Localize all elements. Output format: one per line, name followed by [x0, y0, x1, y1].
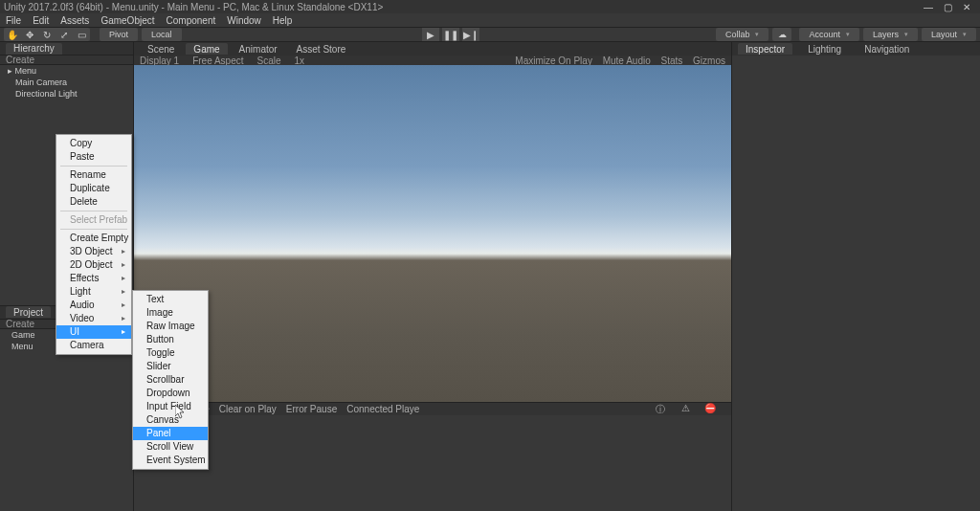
hierarchy-toolbar: Create [0, 56, 133, 65]
menu-assets[interactable]: Assets [60, 15, 89, 26]
submenu-item[interactable]: Text [133, 293, 208, 306]
console-body [134, 415, 731, 511]
submenu-item[interactable]: Button [133, 333, 208, 346]
hierarchy-context-menu[interactable]: CopyPasteRenameDuplicateDeleteSelect Pre… [56, 134, 132, 355]
context-item[interactable]: 3D Object [56, 245, 131, 258]
hierarchy-item[interactable]: Main Camera [0, 77, 133, 88]
hierarchy-scene[interactable]: Menu [0, 65, 133, 77]
submenu-item[interactable]: Raw Image [133, 320, 208, 333]
menu-gameobject[interactable]: GameObject [100, 15, 154, 26]
submenu-item[interactable]: Scrollbar [133, 373, 208, 387]
pause-button[interactable]: ❚❚ [442, 28, 459, 41]
hand-tool-icon[interactable]: ✋ [4, 28, 21, 41]
tab-scene[interactable]: Scene [140, 43, 182, 55]
tab-game[interactable]: Game [186, 43, 227, 55]
menubar: File Edit Assets GameObject Component Wi… [0, 13, 980, 27]
tab-inspector[interactable]: Inspector [738, 43, 792, 55]
aspect-dropdown[interactable]: Free Aspect [192, 56, 243, 66]
hierarchy-tab[interactable]: Hierarchy [0, 42, 133, 56]
hierarchy-item[interactable]: Directional Light [0, 88, 133, 100]
menu-window[interactable]: Window [227, 15, 261, 26]
context-item[interactable]: Duplicate [56, 182, 131, 195]
maximize-toggle[interactable]: Maximize On Play [515, 56, 592, 66]
warning-icon[interactable]: ⚠ [679, 403, 691, 416]
project-create[interactable]: Create [6, 319, 34, 329]
window-titlebar: Unity 2017.2.0f3 (64bit) - Menu.unity - … [0, 0, 980, 13]
console-errorpause[interactable]: Error Pause [286, 404, 337, 414]
rect-tool-icon[interactable]: ▭ [73, 28, 90, 41]
hierarchy-list: Menu Main Camera Directional Light [0, 65, 133, 100]
transform-tools: ✋ ✥ ↻ ⤢ ▭ [4, 28, 90, 41]
hierarchy-tab-label: Hierarchy [6, 43, 62, 55]
inspector-tabs: Inspector Lighting Navigation [732, 42, 980, 56]
cloud-icon[interactable]: ☁ [772, 28, 791, 41]
pivot-toggle[interactable]: Pivot [100, 28, 138, 41]
window-title: Unity 2017.2.0f3 (64bit) - Menu.unity - … [4, 2, 919, 12]
submenu-item[interactable]: Image [133, 306, 208, 320]
maximize-button[interactable]: ▢ [938, 2, 957, 12]
submenu-item[interactable]: Dropdown [133, 387, 208, 400]
hierarchy-create[interactable]: Create [6, 55, 34, 65]
game-render [134, 65, 731, 402]
tab-navigation[interactable]: Navigation [857, 43, 917, 55]
context-item[interactable]: Delete [56, 195, 131, 209]
context-item[interactable]: 2D Object [56, 258, 131, 272]
local-toggle[interactable]: Local [142, 28, 182, 41]
scale-tool-icon[interactable]: ⤢ [56, 28, 73, 41]
window-controls: — ▢ ✕ [919, 2, 976, 12]
close-button[interactable]: ✕ [957, 2, 976, 12]
tab-assetstore[interactable]: Asset Store [289, 43, 354, 55]
toolbar: ✋ ✥ ↻ ⤢ ▭ Pivot Local ▶ ❚❚ ▶❙ Collab ☁ A… [0, 27, 980, 42]
info-icon[interactable]: ⓘ [655, 403, 666, 416]
center-tabs: Scene Game Animator Asset Store [134, 42, 731, 56]
mute-toggle[interactable]: Mute Audio [603, 56, 651, 66]
menu-file[interactable]: File [6, 15, 21, 26]
submenu-item[interactable]: Panel [133, 427, 208, 440]
rotate-tool-icon[interactable]: ↻ [38, 28, 56, 41]
game-toolbar: Display 1 Free Aspect Scale 1x Maximize … [134, 56, 731, 65]
context-item[interactable]: Video [56, 312, 131, 325]
submenu-item[interactable]: Canvas [133, 413, 208, 427]
context-item[interactable]: Select Prefab [56, 213, 131, 227]
layout-dropdown[interactable]: Layout [922, 28, 976, 41]
stats-toggle[interactable]: Stats [661, 56, 683, 66]
console-clearplay[interactable]: Clear on Play [219, 404, 277, 414]
ui-submenu[interactable]: TextImageRaw ImageButtonToggleSliderScro… [132, 290, 209, 470]
context-item[interactable]: Audio [56, 299, 131, 312]
context-item[interactable]: Camera [56, 339, 131, 352]
step-button[interactable]: ▶❙ [462, 28, 479, 41]
error-icon[interactable]: ⛔ [704, 403, 716, 416]
scale-value[interactable]: 1x [295, 56, 305, 66]
scale-label: Scale [257, 56, 281, 66]
minimize-button[interactable]: — [919, 2, 938, 12]
display-dropdown[interactable]: Display 1 [140, 56, 179, 66]
game-viewport [134, 65, 731, 402]
gizmos-toggle[interactable]: Gizmos [693, 56, 725, 66]
context-item[interactable]: Create Empty [56, 232, 131, 245]
tab-animator[interactable]: Animator [232, 43, 285, 55]
collab-dropdown[interactable]: Collab [716, 28, 769, 41]
context-item[interactable]: Rename [56, 168, 131, 182]
play-button[interactable]: ▶ [422, 28, 439, 41]
project-tab-label: Project [6, 306, 51, 318]
menu-component[interactable]: Component [167, 15, 216, 26]
layers-dropdown[interactable]: Layers [863, 28, 918, 41]
submenu-item[interactable]: Scroll View [133, 440, 208, 454]
console-toolbar: Clear Collapse Clear on Play Error Pause… [134, 402, 731, 415]
context-item[interactable]: Copy [56, 137, 131, 150]
menu-help[interactable]: Help [273, 15, 293, 26]
context-item[interactable]: Effects [56, 272, 131, 285]
tab-lighting[interactable]: Lighting [800, 43, 849, 55]
context-item[interactable]: Paste [56, 150, 131, 164]
context-item[interactable]: Light [56, 285, 131, 299]
menu-edit[interactable]: Edit [33, 15, 49, 26]
console-connected[interactable]: Connected Playe [346, 404, 419, 414]
submenu-item[interactable]: Slider [133, 360, 208, 373]
context-item[interactable]: UI [56, 325, 131, 339]
submenu-item[interactable]: Toggle [133, 346, 208, 360]
submenu-item[interactable]: Event System [133, 454, 208, 467]
account-dropdown[interactable]: Account [799, 28, 859, 41]
move-tool-icon[interactable]: ✥ [21, 28, 38, 41]
submenu-item[interactable]: Input Field [133, 400, 208, 413]
